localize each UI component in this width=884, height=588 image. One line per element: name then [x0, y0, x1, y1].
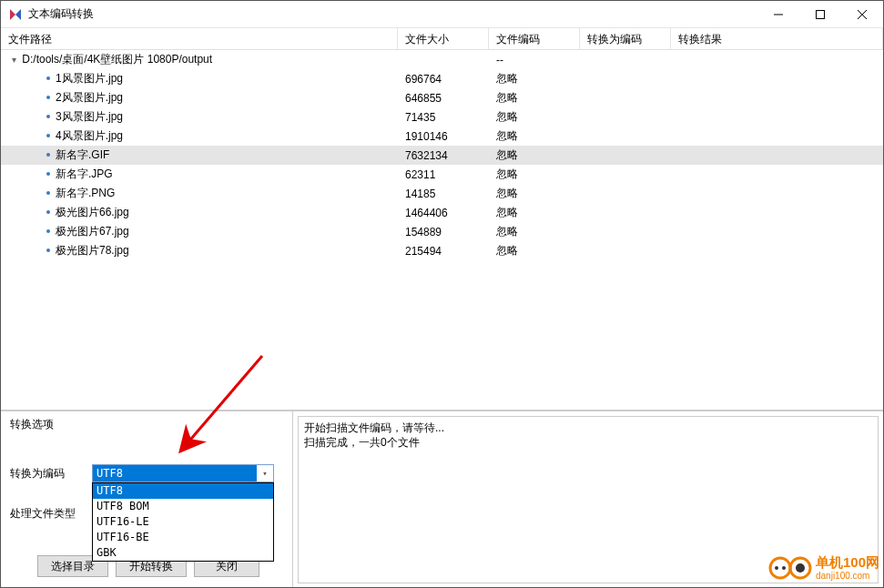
file-name: 新名字.GIF — [56, 148, 109, 161]
watermark-en: danji100.com — [816, 571, 879, 581]
root-path: D:/tools/桌面/4K壁纸图片 1080P/output — [22, 53, 212, 66]
col-size-header[interactable]: 文件大小 — [398, 28, 489, 49]
close-button[interactable] — [841, 1, 883, 28]
file-icon — [46, 191, 50, 195]
encoding-select[interactable]: UTF8 ▾ — [92, 464, 274, 482]
file-size: 1910146 — [398, 128, 489, 145]
file-encoding: 忽略 — [489, 88, 580, 107]
file-row[interactable]: 新名字.GIF7632134忽略 — [1, 146, 883, 165]
svg-point-6 — [775, 566, 778, 570]
titlebar: 文本编码转换 — [1, 1, 883, 28]
file-table: 文件路径 文件大小 文件编码 转换为编码 转换结果 ▾ D:/tools/桌面/… — [1, 28, 883, 411]
file-size: 1464406 — [398, 205, 489, 221]
file-size: 62311 — [398, 167, 489, 183]
file-encoding: 忽略 — [489, 241, 580, 260]
watermark: 单机100网 danji100.com — [768, 554, 879, 582]
file-row[interactable]: 新名字.PNG14185忽略 — [1, 184, 883, 203]
file-encoding: 忽略 — [489, 203, 580, 222]
encoding-option[interactable]: UTF16-BE — [93, 530, 273, 545]
col-to-encoding-header[interactable]: 转换为编码 — [580, 28, 671, 49]
file-encoding: 忽略 — [489, 165, 580, 184]
file-size: 7632134 — [398, 147, 489, 164]
maximize-button[interactable] — [799, 1, 841, 28]
file-encoding: 忽略 — [489, 222, 580, 241]
svg-point-5 — [770, 558, 790, 578]
tree-root-row[interactable]: ▾ D:/tools/桌面/4K壁纸图片 1080P/output -- — [1, 50, 883, 69]
file-name: 2风景图片.jpg — [56, 91, 123, 104]
chevron-down-icon: ▾ — [257, 469, 273, 478]
file-encoding: 忽略 — [489, 146, 580, 165]
svg-point-7 — [782, 566, 786, 570]
file-row[interactable]: 极光图片66.jpg1464406忽略 — [1, 203, 883, 222]
file-icon — [46, 115, 50, 118]
file-row[interactable]: 3风景图片.jpg71435忽略 — [1, 107, 883, 127]
window-controls — [757, 1, 883, 28]
file-row[interactable]: 极光图片67.jpg154889忽略 — [1, 222, 883, 241]
file-icon — [46, 153, 50, 157]
minimize-button[interactable] — [757, 1, 799, 28]
watermark-logo-icon — [768, 554, 812, 582]
file-size: 215494 — [398, 243, 489, 259]
file-icon — [46, 229, 50, 233]
watermark-cn: 单机100网 — [816, 555, 879, 571]
encoding-option[interactable]: GBK — [93, 545, 273, 561]
file-row[interactable]: 极光图片78.jpg215494忽略 — [1, 241, 883, 260]
svg-point-9 — [796, 563, 805, 573]
file-icon — [46, 96, 50, 99]
encoding-dropdown[interactable]: UTF8UTF8 BOMUTF16-LEUTF16-BEGBK — [92, 482, 274, 562]
file-size: 71435 — [398, 109, 489, 126]
file-size: 646855 — [398, 90, 489, 106]
col-result-header[interactable]: 转换结果 — [671, 28, 883, 49]
file-name: 新名字.PNG — [56, 187, 115, 199]
file-size: 14185 — [398, 186, 489, 202]
file-encoding: 忽略 — [489, 107, 580, 127]
file-encoding: 忽略 — [489, 127, 580, 146]
table-header: 文件路径 文件大小 文件编码 转换为编码 转换结果 — [1, 28, 883, 50]
file-name: 新名字.JPG — [56, 167, 113, 180]
encoding-option[interactable]: UTF16-LE — [93, 514, 273, 530]
file-encoding: 忽略 — [489, 69, 580, 88]
app-icon — [8, 7, 23, 22]
file-name: 4风景图片.jpg — [56, 129, 123, 142]
file-row[interactable]: 1风景图片.jpg696764忽略 — [1, 69, 883, 88]
encoding-option[interactable]: UTF8 BOM — [93, 499, 273, 514]
encoding-row: 转换为编码 UTF8 ▾ UTF8UTF8 BOMUTF16-LEUTF16-B… — [10, 464, 283, 482]
file-row[interactable]: 2风景图片.jpg646855忽略 — [1, 88, 883, 107]
file-name: 3风景图片.jpg — [56, 110, 123, 123]
file-icon — [46, 76, 50, 80]
filetype-label: 处理文件类型 — [10, 506, 92, 522]
svg-rect-1 — [817, 10, 825, 18]
encoding-label: 转换为编码 — [10, 466, 92, 482]
col-path-header[interactable]: 文件路径 — [1, 28, 398, 49]
collapse-icon[interactable]: ▾ — [8, 55, 19, 65]
file-size: 696764 — [398, 71, 489, 87]
file-name: 极光图片67.jpg — [56, 225, 129, 238]
file-size: 154889 — [398, 224, 489, 240]
encoding-value: UTF8 — [93, 465, 257, 482]
file-name: 1风景图片.jpg — [56, 72, 123, 85]
window-title: 文本编码转换 — [28, 6, 757, 22]
file-name: 极光图片66.jpg — [56, 206, 129, 218]
options-title: 转换选项 — [10, 417, 283, 432]
col-encoding-header[interactable]: 文件编码 — [489, 28, 580, 49]
file-icon — [46, 172, 50, 176]
file-icon — [46, 248, 50, 252]
options-panel: 转换选项 转换为编码 UTF8 ▾ UTF8UTF8 BOMUTF16-LEUT… — [1, 411, 293, 588]
file-icon — [46, 134, 50, 137]
bottom-panel: 转换选项 转换为编码 UTF8 ▾ UTF8UTF8 BOMUTF16-LEUT… — [1, 411, 883, 588]
file-icon — [46, 210, 50, 214]
file-encoding: 忽略 — [489, 184, 580, 203]
root-encoding: -- — [489, 52, 580, 68]
table-body: ▾ D:/tools/桌面/4K壁纸图片 1080P/output -- 1风景… — [1, 50, 883, 260]
file-row[interactable]: 新名字.JPG62311忽略 — [1, 165, 883, 184]
encoding-option[interactable]: UTF8 — [93, 483, 273, 499]
file-name: 极光图片78.jpg — [56, 244, 129, 257]
file-row[interactable]: 4风景图片.jpg1910146忽略 — [1, 127, 883, 146]
